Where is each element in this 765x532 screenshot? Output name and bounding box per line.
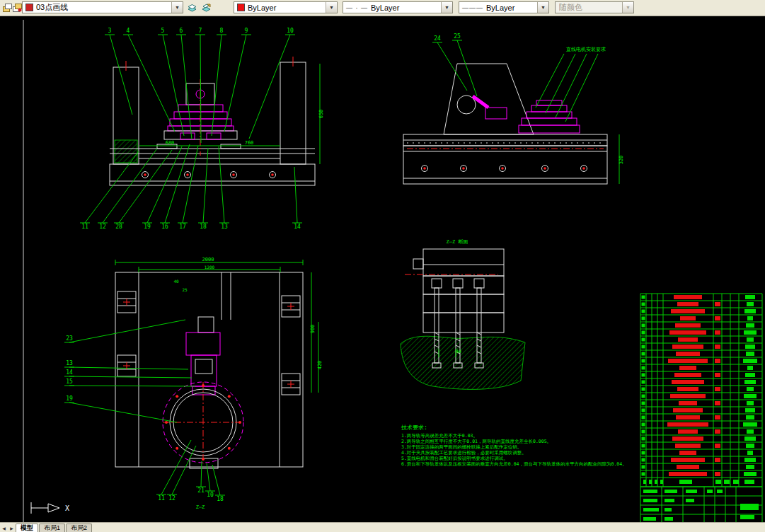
bolt-hole-center	[144, 173, 146, 176]
balloon-number: 24	[434, 35, 441, 42]
chevron-down-icon[interactable]: ▼	[326, 2, 337, 13]
color-combo-value: ByLayer	[248, 4, 326, 12]
titleblock-text	[740, 515, 754, 519]
leader-line	[294, 167, 297, 223]
lineweight-combo[interactable]: ——— ByLayer ▼	[459, 1, 549, 13]
bom-qty-text	[745, 373, 755, 377]
bom-index-text	[642, 388, 645, 391]
tab-model[interactable]: 模型	[16, 524, 38, 532]
bom-header-text	[655, 480, 657, 484]
side-view-note: 直线电机安装要求	[566, 47, 606, 52]
balloon-number: 19	[144, 224, 151, 230]
title-block	[640, 487, 762, 523]
leader-line	[437, 42, 467, 91]
tab-layout2[interactable]: 布局2	[66, 524, 92, 532]
bolt-circle-hole	[228, 395, 231, 398]
balloon-number: 18	[200, 224, 207, 230]
bom-name-text	[672, 380, 704, 384]
bom-name-text	[678, 337, 698, 342]
bom-material-text	[715, 401, 720, 405]
tab-nav-right-icon[interactable]: ▶	[8, 524, 16, 532]
chevron-down-icon: ▼	[622, 2, 633, 13]
balloon-number: 12	[168, 495, 176, 502]
make-object-layer-current-button[interactable]	[186, 1, 198, 14]
titleblock-text	[643, 490, 657, 493]
bom-material-text	[715, 302, 720, 306]
bom-material-text	[715, 458, 720, 462]
bom-material-text	[715, 345, 720, 349]
layer-previous-button[interactable]	[200, 1, 212, 14]
balloon-number: 19	[66, 395, 73, 402]
bom-material-text	[715, 330, 720, 335]
leader-line	[69, 403, 177, 422]
bom-index-text	[642, 409, 645, 412]
layer-combo[interactable]: 03点画线 ▼	[22, 1, 183, 13]
bom-material-text	[715, 415, 720, 420]
leader-line	[183, 146, 198, 223]
color-combo[interactable]: ByLayer ▼	[234, 1, 338, 13]
bom-name-text	[679, 401, 697, 405]
dim-text: 900	[310, 325, 316, 334]
leader-line	[219, 146, 224, 223]
ucs-x-axis-label: X	[65, 504, 69, 512]
bom-index-text	[642, 317, 645, 320]
bom-qty-text	[746, 465, 754, 469]
balloon-number: 14	[66, 369, 73, 376]
bom-index-text	[642, 381, 645, 384]
bolt-circle-hole	[238, 421, 241, 424]
bolt-head	[453, 279, 463, 288]
bom-qty-text	[747, 387, 754, 391]
balloon-number: 23	[66, 335, 73, 342]
bom-material-text	[715, 373, 720, 377]
balloon-number: 10	[287, 28, 294, 34]
note-line: 6.滑台和下导轨基体以及压板安装面的垂直方向允差0.04，滑台与下导轨基体的水平…	[401, 461, 627, 467]
plan-view: Z—Z	[115, 260, 318, 510]
bolt-hole-center	[501, 167, 504, 170]
bom-qty-text	[744, 330, 757, 335]
leader-line	[128, 35, 175, 132]
tab-nav-left-icon[interactable]: ◀	[0, 524, 8, 532]
leader-line	[69, 320, 185, 342]
dim-text: 40	[173, 279, 179, 284]
bom-name-text	[671, 309, 705, 313]
bom-name-text	[673, 408, 703, 412]
bom-header-text	[715, 480, 721, 484]
bom-index-text	[642, 352, 645, 356]
balloon-number: 11	[158, 495, 165, 502]
note-line: 2.两导轨之间相互平行度不大于0.01，两导轨的直线度允差全长0.005。	[401, 439, 551, 444]
bom-name-text	[668, 359, 708, 363]
plan-section-mark: Z—Z	[196, 504, 205, 510]
ucs-icon: X	[31, 502, 69, 514]
bom-qty-text	[744, 472, 757, 476]
leader-line	[85, 151, 139, 223]
bom-material-text	[715, 472, 720, 476]
bom-name-text	[672, 436, 703, 441]
leader-line	[249, 35, 290, 139]
bom-index-text	[642, 310, 645, 313]
bom-qty-text	[744, 436, 756, 441]
bom-index-text	[642, 416, 645, 420]
balloon-number: 4	[127, 28, 130, 34]
bom-qty-text	[746, 415, 754, 420]
chevron-down-icon[interactable]: ▼	[171, 2, 183, 13]
bolt-hole-center	[462, 167, 465, 170]
bom-name-text	[671, 458, 705, 462]
chevron-down-icon[interactable]: ▼	[441, 2, 452, 13]
titleblock-text	[707, 490, 713, 493]
chevron-down-icon[interactable]: ▼	[537, 2, 548, 13]
bom-index-text	[642, 458, 645, 462]
titleblock-text	[740, 504, 759, 510]
drawing-canvas[interactable]: 直线电机安装要求	[0, 16, 765, 523]
bom-name-text	[672, 345, 703, 349]
tab-layout1[interactable]: 布局1	[39, 524, 65, 532]
balloon-number: 16	[161, 224, 168, 230]
titleblock-text	[665, 508, 672, 511]
layout-tabbar: ◀ ▶ 模型 布局1 布局2	[0, 522, 765, 532]
bom-name-text	[675, 323, 701, 328]
linetype-combo[interactable]: — · — ByLayer ▼	[343, 1, 453, 13]
bom-index-text	[642, 324, 645, 328]
bom-index-text	[642, 444, 645, 448]
dim-text: 1200	[205, 265, 215, 270]
linetype-combo-value: ByLayer	[371, 4, 441, 12]
side-view: 直线电机安装要求	[403, 47, 619, 184]
